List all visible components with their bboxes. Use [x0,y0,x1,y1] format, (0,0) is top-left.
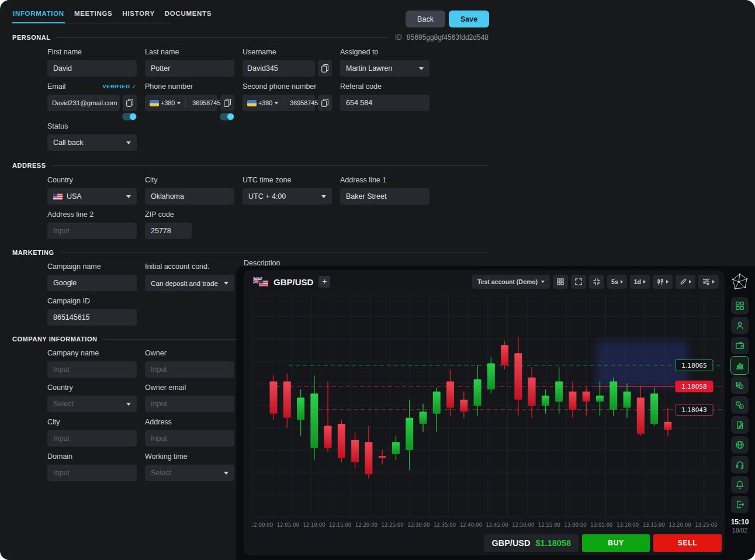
record-id: ID 85695gg8gf4563fdd2d548 [395,33,489,42]
utc-select[interactable]: UTC + 4:00 [243,188,332,205]
city-input[interactable]: Oklahoma [145,188,234,205]
back-button[interactable]: Back [406,11,445,27]
speed-select[interactable]: 5s [607,275,627,289]
phone-code[interactable]: +380 [258,99,272,106]
rail-notifications-button[interactable] [731,476,749,493]
rail-documents-button[interactable] [731,416,749,434]
chevron-down-icon [224,282,228,285]
company-country-select[interactable]: Select [47,396,137,412]
status-select[interactable]: Call back [47,134,137,151]
chevron-right-icon [712,280,715,284]
phone-number[interactable]: 369587450 [192,99,224,106]
rail-wallet-button[interactable] [731,337,749,354]
pencil-icon [680,278,687,285]
second-phone-input[interactable]: +380 369587450 [243,95,315,111]
first-name-input[interactable]: David [47,60,137,77]
address-section-header: ADDRESS [12,161,489,170]
coins-dollar-icon: $ [735,381,744,390]
account-select[interactable]: Test account (Demo) [472,275,550,289]
phone-number[interactable]: 369587450 [290,99,321,106]
interval-select[interactable]: 1d [630,275,650,289]
buy-button[interactable]: BUY [582,534,650,552]
campaign-name-input[interactable]: Google [47,275,137,291]
rail-profile-button[interactable] [731,317,749,334]
email-input[interactable]: David231@gmail.com [47,95,120,111]
username-input[interactable]: David345 [243,60,315,77]
referral-code-input[interactable]: 654 584 [340,95,430,111]
owner-email-input[interactable]: Input [151,400,167,408]
save-button[interactable]: Save [449,11,489,27]
layout-grid-button[interactable] [553,275,568,289]
company-city-input[interactable]: Input [53,434,70,443]
rail-exchange-button[interactable]: $B [731,396,749,414]
rail-dashboard-button[interactable] [731,297,749,314]
fullscreen-button[interactable] [571,275,586,289]
company-name-input[interactable]: Input [53,365,70,374]
check-icon: ✓ [132,84,137,89]
copy-phone-button[interactable] [220,95,234,111]
working-time-select[interactable]: Select [145,465,234,481]
rail-funds-button[interactable]: $ [731,376,749,394]
svg-text:B: B [740,405,743,409]
rail-support-button[interactable] [731,456,749,473]
copy-icon [224,99,231,107]
drawing-tools-button[interactable] [676,275,695,289]
indicator-settings-button[interactable] [698,275,719,289]
copy-username-button[interactable] [318,60,332,77]
phone-code[interactable]: +380 [161,99,175,106]
domain-input[interactable]: Input [53,469,70,477]
chevron-down-icon [126,195,131,198]
address-line2-input[interactable]: Input [53,227,70,235]
copy-email-button[interactable] [123,95,137,111]
second-phone-label: Second phone number [243,82,316,91]
divider [185,98,186,108]
svg-text:13:15:00: 13:15:00 [643,522,665,528]
divider [283,98,283,108]
referral-code-label: Referal code [340,82,382,91]
clock-date: 18/02 [731,527,749,534]
wallet-icon [735,341,744,350]
tab-history[interactable]: HISTORY [122,8,155,23]
gbp-usd-flags-icon [253,277,269,287]
add-symbol-button[interactable]: + [318,276,330,288]
tab-meetings[interactable]: MEETINGS [74,8,113,23]
phone-input[interactable]: +380 369587450 [145,95,217,111]
address-line2-field: Address line 2 Input [47,210,137,239]
tab-documents[interactable]: DOCUMENTS [164,8,212,23]
rail-web-button[interactable] [731,436,749,454]
rail-logout-button[interactable] [731,496,749,513]
owner-input[interactable]: Input [151,365,167,374]
rail-trading-button[interactable] [730,356,749,375]
last-name-input[interactable]: Potter [145,60,234,77]
chevron-down-icon [126,403,131,406]
assigned-to-label: Assigned to [340,48,378,56]
address-line1-label: Address line 1 [340,176,386,184]
phone-toggle[interactable] [220,113,234,120]
assigned-to-value: Martin Lawren [346,64,392,72]
domain-field: Domain Input [47,452,137,481]
page-tabs: INFORMATION MEETINGS HISTORY DOCUMENTS [12,8,171,23]
section-title: MARKETING [12,249,54,256]
account-cond-label: Initial account cond. [145,262,210,271]
zip-input[interactable]: 25778 [145,223,192,239]
last-name-label: Last name [145,48,179,56]
chart-type-select[interactable] [653,275,673,289]
zip-label: ZIP code [145,210,174,219]
globe-icon [735,440,744,450]
sell-button[interactable]: SELL [653,534,722,552]
section-title: ADDRESS [12,162,46,169]
campaign-id-input[interactable]: 865145615 [47,309,137,326]
candlestick-chart[interactable]: 1.180651.180581.1804312:00:0012:05:0012:… [252,295,723,531]
assigned-to-select[interactable]: Martin Lawren [340,60,430,77]
tab-information[interactable]: INFORMATION [12,8,65,23]
copy-second-phone-button[interactable] [318,95,332,111]
exit-fullscreen-button[interactable] [589,275,604,289]
account-cond-select[interactable]: Can deposit and trade [145,275,234,291]
address-line1-input[interactable]: Baker Street [340,188,430,205]
id-value: 85695gg8gf4563fdd2d548 [407,33,489,42]
company-address-input[interactable]: Input [151,434,167,443]
country-select[interactable]: USA [47,188,137,205]
svg-text:13:25:00: 13:25:00 [695,522,717,528]
copy-icon [321,99,328,107]
email-toggle[interactable] [122,113,137,120]
